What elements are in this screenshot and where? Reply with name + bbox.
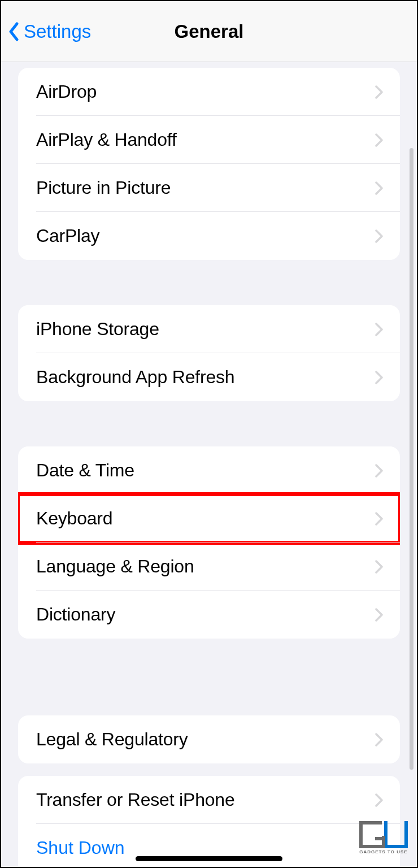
page-title: General xyxy=(175,21,244,42)
row-label: Keyboard xyxy=(36,508,112,529)
row-label: Transfer or Reset iPhone xyxy=(36,789,235,810)
logo-icon xyxy=(359,821,408,848)
row-iphone-storage[interactable]: iPhone Storage xyxy=(18,305,400,353)
shutdown-label: Shut Down xyxy=(36,837,125,858)
row-legal-regulatory[interactable]: Legal & Regulatory xyxy=(18,715,400,763)
chevron-right-icon xyxy=(375,133,383,147)
row-label: iPhone Storage xyxy=(36,319,159,340)
section-storage: iPhone Storage Background App Refresh xyxy=(18,305,400,401)
row-transfer-reset[interactable]: Transfer or Reset iPhone xyxy=(18,776,400,824)
row-label: AirDrop xyxy=(36,81,97,102)
chevron-right-icon xyxy=(375,560,383,574)
row-label: Dictionary xyxy=(36,604,115,625)
row-date-time[interactable]: Date & Time xyxy=(18,446,400,494)
row-language-region[interactable]: Language & Region xyxy=(18,542,400,591)
section-legal: Legal & Regulatory xyxy=(18,715,400,763)
chevron-right-icon xyxy=(375,733,383,747)
row-background-app-refresh[interactable]: Background App Refresh xyxy=(18,353,400,401)
chevron-right-icon xyxy=(375,793,383,807)
section-reset: Transfer or Reset iPhone Shut Down xyxy=(18,776,400,868)
back-button[interactable]: Settings xyxy=(1,21,91,42)
chevron-right-icon xyxy=(375,608,383,622)
row-label: Date & Time xyxy=(36,460,134,481)
row-label: Picture in Picture xyxy=(36,177,171,198)
chevron-right-icon xyxy=(375,85,383,99)
row-picture-in-picture[interactable]: Picture in Picture xyxy=(18,164,400,212)
watermark-logo: GADGETS TO USE xyxy=(359,821,408,854)
row-airdrop[interactable]: AirDrop xyxy=(18,68,400,116)
row-keyboard[interactable]: Keyboard xyxy=(18,494,400,542)
logo-text: GADGETS TO USE xyxy=(359,849,407,854)
chevron-right-icon xyxy=(375,181,383,195)
chevron-right-icon xyxy=(375,229,383,243)
back-label: Settings xyxy=(24,21,91,42)
row-dictionary[interactable]: Dictionary xyxy=(18,591,400,639)
row-label: AirPlay & Handoff xyxy=(36,129,177,150)
shutdown-button[interactable]: Shut Down xyxy=(18,824,400,868)
chevron-left-icon xyxy=(8,22,19,41)
row-label: Language & Region xyxy=(36,556,194,577)
row-carplay[interactable]: CarPlay xyxy=(18,212,400,260)
chevron-right-icon xyxy=(375,512,383,526)
section-system: Date & Time Keyboard Language & Region D… xyxy=(18,446,400,639)
row-label: CarPlay xyxy=(36,225,99,246)
home-indicator[interactable] xyxy=(136,856,282,861)
chevron-right-icon xyxy=(375,371,383,384)
scrollbar[interactable] xyxy=(410,148,413,770)
section-features: AirDrop AirPlay & Handoff Picture in Pic… xyxy=(18,68,400,260)
chevron-right-icon xyxy=(375,464,383,478)
row-label: Background App Refresh xyxy=(36,367,234,388)
settings-content: AirDrop AirPlay & Handoff Picture in Pic… xyxy=(1,68,417,868)
chevron-right-icon xyxy=(375,323,383,336)
row-airplay-handoff[interactable]: AirPlay & Handoff xyxy=(18,116,400,164)
row-label: Legal & Regulatory xyxy=(36,729,188,750)
navbar: Settings General xyxy=(1,1,417,62)
